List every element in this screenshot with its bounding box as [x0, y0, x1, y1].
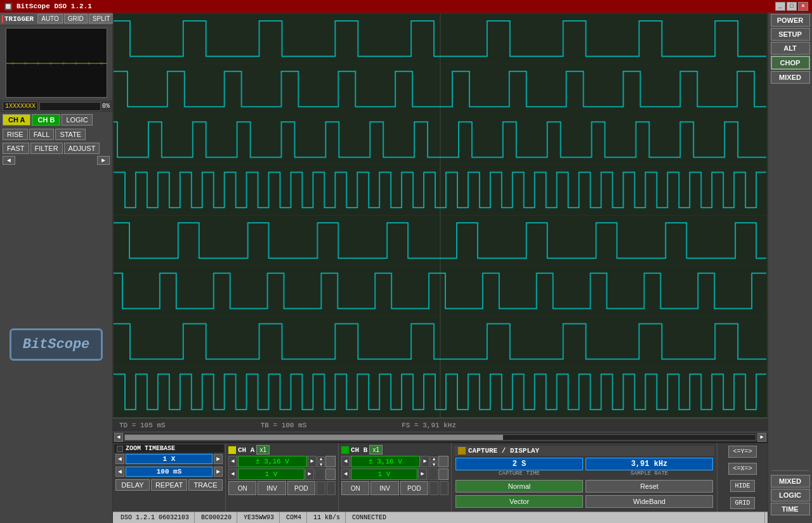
cha-section: CH A x1 ◄ ± 3,16 V ► ▲ ▼ — [226, 443, 339, 512]
cha-volt-up-button[interactable]: ▲ — [317, 456, 325, 462]
scroll-thumb[interactable] — [125, 435, 503, 440]
bitscope-logo: BitScope — [23, 337, 90, 352]
cha-multiplier-button[interactable]: x1 — [256, 445, 270, 455]
cha-volt-arrows-right: ► — [308, 456, 317, 467]
reset-button[interactable]: Reset — [586, 480, 713, 493]
chb-section: CH B x1 ◄ ± 3,16 V ► ▲ ▼ — [339, 443, 452, 512]
chb-on-button[interactable]: ON — [341, 481, 369, 495]
chb-coupled-button[interactable] — [438, 456, 449, 467]
chb-volt-arrows-left: ◄ — [341, 456, 350, 467]
connected-status: CONNECTED — [347, 512, 765, 523]
close-button[interactable]: × — [798, 2, 808, 11]
delay-button[interactable]: DELAY — [115, 479, 150, 491]
cha-pod-button[interactable]: POD — [287, 481, 315, 495]
normal-button[interactable]: Normal — [455, 480, 583, 493]
logic-select-button[interactable]: LOGIC — [62, 114, 92, 126]
filter-button[interactable]: FILTER — [30, 143, 63, 154]
zoom-increase-button[interactable]: ► — [214, 454, 223, 464]
chb-volt2-left-button[interactable]: ◄ — [341, 468, 350, 480]
fall-button[interactable]: FALL — [29, 129, 55, 140]
scroll-right-button[interactable]: ► — [757, 433, 766, 442]
fast-button[interactable]: FAST — [3, 143, 29, 154]
cha-name[interactable]: CH A — [238, 446, 254, 454]
chb-name[interactable]: CH B — [351, 446, 367, 454]
chb-inv-button[interactable]: INV — [370, 481, 398, 495]
chb-volt-up-button[interactable]: ▲ — [430, 456, 438, 462]
hide-button[interactable]: HIDE — [730, 480, 754, 492]
state-button[interactable]: STATE — [55, 129, 86, 140]
scroll-left-button[interactable]: ◄ — [114, 433, 123, 442]
chb-extra2-button[interactable] — [440, 481, 449, 495]
nav-x-button[interactable]: <=X=> — [728, 463, 756, 475]
sample-rate-label: SAMPLE RATE — [586, 470, 713, 477]
chb-select-button[interactable]: CH B — [32, 114, 60, 126]
nav-y-button[interactable]: <=Y=> — [728, 446, 756, 458]
minimize-button[interactable]: _ — [775, 2, 785, 11]
cha-extra-button[interactable] — [317, 481, 325, 495]
vector-button[interactable]: Vector — [455, 495, 583, 508]
timebase-decrease-button[interactable]: ◄ — [115, 467, 124, 477]
cha-volt-right-button[interactable]: ► — [308, 456, 317, 467]
chb-header: CH B x1 — [340, 444, 450, 455]
nav-right-arrow[interactable]: ► — [97, 156, 110, 165]
channel-buttons: CH A CH B LOGIC — [0, 112, 112, 127]
cha-volt-down-button[interactable]: ▼ — [317, 462, 325, 467]
setup-button[interactable]: SETUP — [771, 28, 810, 41]
chb-extra-button[interactable] — [429, 481, 438, 495]
chb-volt2-arrows-left: ◄ — [341, 468, 350, 480]
chop-button[interactable]: CHOP — [771, 56, 810, 70]
mini-scope-nav: ◄ ► — [0, 155, 112, 165]
chb-volt-right-button[interactable]: ► — [421, 456, 429, 467]
timebase-increase-button[interactable]: ► — [214, 467, 223, 477]
cha-volt2-left-button[interactable]: ◄ — [228, 468, 237, 480]
alt-button[interactable]: ALT — [771, 42, 810, 55]
adjust-button[interactable]: ADJUST — [64, 143, 100, 154]
trigger-grid-button[interactable]: GRID — [64, 14, 88, 23]
cha-extra2-button[interactable] — [327, 481, 336, 495]
wideband-button[interactable]: WideBand — [586, 495, 713, 508]
cha-volt-left-button[interactable]: ◄ — [228, 456, 237, 467]
cha-volt2-right-button[interactable]: ► — [305, 468, 314, 480]
chb-volt2-right-button[interactable]: ► — [418, 468, 427, 480]
grid-button[interactable]: GRID — [730, 497, 754, 509]
maximize-button[interactable]: □ — [787, 2, 797, 11]
mixed2-button[interactable]: MIXED — [771, 475, 810, 487]
zoom-indicator — [117, 446, 123, 452]
repeat-button[interactable]: REPEAT — [151, 479, 187, 491]
scope-display: TD = 105 mS TB = 100 mS FS = 3,91 kHz ◄ … — [113, 13, 768, 523]
logic-button[interactable]: LOGIC — [771, 489, 810, 501]
trigger-auto-button[interactable]: AUTO — [37, 14, 63, 23]
chb-coupled2-button[interactable] — [438, 468, 449, 480]
chb-volt-display-2: 1 V — [351, 468, 417, 480]
zoom-decrease-button[interactable]: ◄ — [115, 454, 124, 464]
chb-volt-left-button[interactable]: ◄ — [341, 456, 350, 467]
trigger-controls: RISE FALL STATE — [0, 127, 112, 141]
nav-section: <=Y=> <=X=> HIDE GRID — [717, 443, 768, 512]
cha-volt-arrows-left: ◄ — [228, 456, 237, 467]
capture-indicator — [458, 447, 466, 455]
zoom-value-display: 1 X — [126, 454, 213, 464]
cha-coupled-button[interactable] — [325, 456, 336, 467]
com-status: COM4 — [281, 512, 307, 523]
cha-inv-button[interactable]: INV — [258, 481, 285, 495]
bc-status: BC000220 — [196, 512, 237, 523]
trace-button[interactable]: TRACE — [188, 479, 223, 491]
mixed-button[interactable]: MIXED — [771, 71, 810, 84]
left-panel: TRIGGER AUTO GRID SPLIT 1XXXXXXX 0% CH A… — [0, 13, 113, 523]
scope-status-bar: TD = 105 mS TB = 100 mS FS = 3,91 kHz — [113, 418, 768, 432]
rise-button[interactable]: RISE — [3, 129, 28, 140]
progress-value: 0% — [102, 103, 110, 110]
chb-volt-down-button[interactable]: ▼ — [430, 462, 438, 467]
chb-pod-button[interactable]: POD — [400, 481, 428, 495]
power-button[interactable]: POWER — [771, 14, 810, 27]
nav-left-arrow[interactable]: ◄ — [3, 156, 15, 165]
cha-select-button[interactable]: CH A — [3, 114, 30, 126]
cha-coupled2-button[interactable] — [325, 468, 336, 480]
scroll-track[interactable] — [124, 434, 756, 441]
cha-on-button[interactable]: ON — [228, 481, 256, 495]
chb-multiplier-button[interactable]: x1 — [369, 445, 383, 455]
mini-scope-display — [6, 28, 107, 98]
trigger-split-button[interactable]: SPLIT — [89, 14, 114, 23]
time-button[interactable]: TIME — [771, 503, 810, 515]
td-status: TD = 105 mS — [119, 422, 166, 429]
